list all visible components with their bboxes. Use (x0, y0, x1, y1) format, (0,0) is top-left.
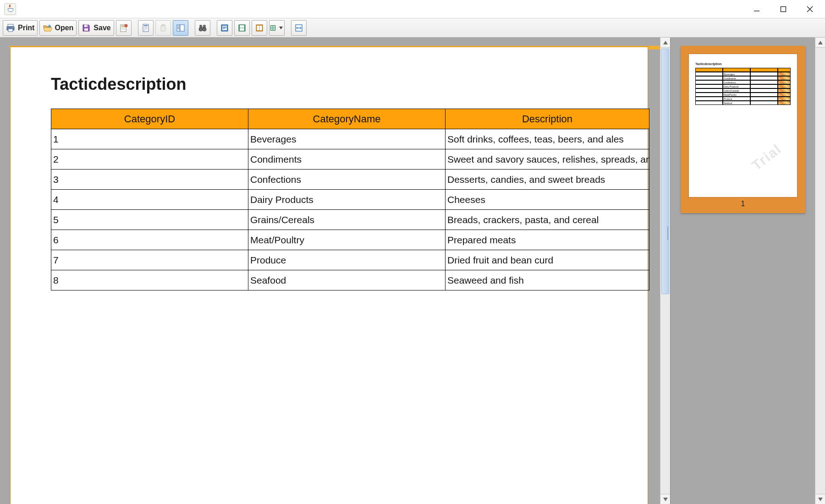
fit-width-button[interactable] (291, 20, 307, 36)
svg-rect-46 (273, 26, 275, 27)
col-category-name: CategoryName (248, 109, 446, 129)
svg-point-7 (13, 27, 14, 28)
continuous-page-icon (237, 23, 247, 33)
svg-rect-42 (257, 26, 259, 30)
scroll-thumb[interactable] (661, 49, 669, 294)
scroll-track[interactable] (660, 48, 670, 494)
continuous-page-button[interactable] (234, 20, 250, 36)
svg-rect-36 (223, 27, 226, 28)
maximize-button[interactable] (779, 5, 787, 13)
svg-rect-9 (84, 28, 88, 31)
table-row: 8SeafoodSeaweed and fish (51, 270, 649, 290)
table-row: 7ProduceDried fruit and bean curd (51, 250, 649, 270)
svg-rect-25 (177, 26, 179, 27)
svg-rect-40 (240, 28, 244, 31)
svg-rect-4 (8, 24, 13, 27)
thumbnail-page-number: 1 (741, 200, 745, 208)
svg-rect-6 (8, 29, 13, 32)
doc-vertical-scrollbar[interactable] (660, 38, 670, 504)
bookmarks-panel-icon (176, 23, 185, 33)
print-label: Print (18, 24, 34, 32)
svg-rect-45 (271, 26, 272, 27)
table-row: 3ConfectionsDesserts, candies, and sweet… (51, 170, 649, 190)
table-row: 5Grains/CerealsBreads, crackers, pasta, … (51, 210, 649, 230)
parameters-icon (119, 23, 128, 33)
svg-rect-13 (121, 27, 125, 28)
document-viewport[interactable]: Tacticdescription CategoryID CategoryNam… (0, 38, 670, 504)
scroll-up-button[interactable] (815, 38, 825, 48)
svg-rect-48 (273, 28, 275, 29)
app-icon (4, 3, 16, 15)
table-row: 1BeveragesSoft drinks, coffees, teas, be… (51, 129, 649, 149)
svg-rect-27 (177, 28, 179, 29)
svg-rect-37 (223, 28, 225, 29)
print-button[interactable]: Print (3, 20, 38, 36)
multi-page-button[interactable] (269, 20, 285, 36)
toolbar: Print Open Save (0, 18, 825, 38)
save-icon (82, 23, 91, 33)
svg-rect-30 (200, 25, 202, 28)
report-page: Tacticdescription CategoryID CategoryNam… (10, 47, 648, 504)
save-button[interactable]: Save (78, 20, 114, 36)
scroll-up-button[interactable] (660, 38, 670, 48)
scroll-down-button[interactable] (660, 494, 670, 504)
thumb-vertical-scrollbar[interactable] (815, 38, 825, 504)
page-setup-icon (141, 23, 150, 33)
svg-rect-19 (144, 28, 148, 29)
find-button[interactable] (195, 20, 210, 36)
table-row: 6Meat/PoultryPrepared meats (51, 230, 649, 250)
svg-rect-22 (162, 24, 165, 26)
dropdown-arrow-icon (279, 27, 283, 29)
open-button[interactable]: Open (39, 20, 77, 36)
col-description: Description (446, 109, 649, 129)
table-row: 2CondimentsSweet and savory sauces, reli… (51, 149, 649, 170)
scroll-track[interactable] (815, 48, 825, 494)
svg-rect-24 (180, 25, 184, 31)
thumb-doc-title: Tacticdescription (695, 62, 721, 66)
category-table: CategoryID CategoryName Description 1Bev… (51, 109, 649, 290)
thumbnail-page: Tacticdescription Beverages Condiments C… (689, 54, 797, 197)
thumbnail-card[interactable]: Tacticdescription Beverages Condiments C… (681, 46, 805, 213)
print-icon (6, 23, 15, 33)
document-title: Tacticdescription (51, 75, 648, 94)
open-folder-icon (43, 23, 52, 33)
svg-rect-43 (259, 26, 262, 30)
two-page-button[interactable] (252, 20, 267, 36)
thumb-table: Beverages Condiments Confections Dairy P… (695, 68, 791, 105)
title-bar (0, 0, 825, 18)
workspace: Tacticdescription CategoryID CategoryNam… (0, 38, 825, 504)
svg-rect-47 (271, 28, 272, 29)
scroll-down-button[interactable] (815, 494, 825, 504)
bookmarks-toggle-button[interactable] (173, 20, 188, 36)
multi-page-icon (270, 23, 276, 33)
minimize-button[interactable] (753, 5, 761, 13)
svg-point-15 (125, 24, 127, 27)
open-label: Open (55, 24, 73, 32)
thumbnail-panel: Tacticdescription Beverages Condiments C… (670, 38, 825, 504)
binoculars-icon (198, 23, 207, 33)
java-cup-icon (7, 6, 13, 12)
single-page-button[interactable] (217, 20, 232, 36)
col-category-id: CategoryID (51, 109, 248, 129)
two-page-icon (255, 23, 264, 33)
save-label: Save (94, 24, 110, 32)
svg-rect-26 (177, 27, 179, 28)
svg-rect-39 (240, 25, 244, 28)
svg-rect-1 (781, 6, 786, 11)
svg-rect-18 (144, 27, 148, 27)
svg-rect-31 (204, 25, 205, 28)
svg-rect-32 (202, 27, 204, 27)
clipboard-button[interactable] (155, 20, 171, 36)
table-row: 4Dairy ProductsCheeses (51, 190, 649, 210)
parameters-button[interactable] (116, 20, 132, 36)
svg-rect-35 (223, 27, 226, 27)
close-button[interactable] (806, 5, 814, 13)
svg-rect-20 (144, 30, 146, 30)
svg-rect-17 (144, 25, 148, 26)
window-controls (753, 5, 822, 13)
page-setup-button[interactable] (138, 20, 154, 36)
page-wrap: Tacticdescription CategoryID CategoryNam… (0, 38, 660, 504)
table-header-row: CategoryID CategoryName Description (51, 109, 649, 129)
trial-watermark: Trial (749, 141, 784, 174)
svg-rect-14 (121, 29, 125, 29)
